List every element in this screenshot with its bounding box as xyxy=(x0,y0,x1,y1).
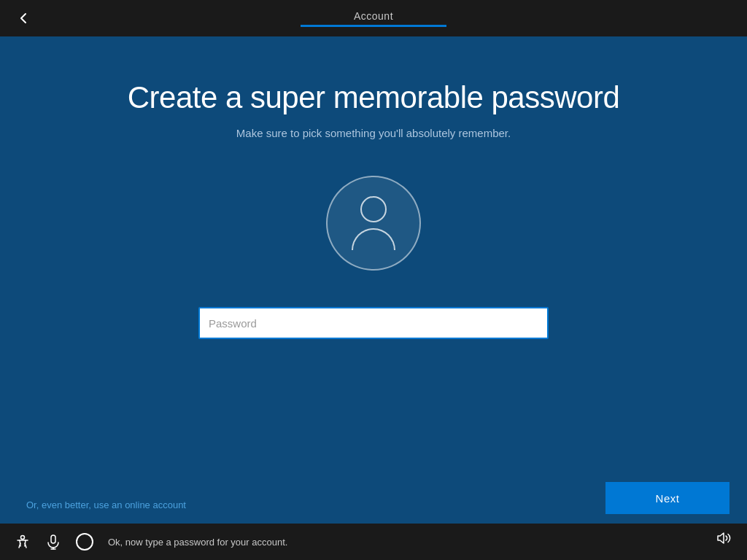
svg-point-0 xyxy=(21,536,25,540)
avatar-head xyxy=(360,196,387,222)
accessibility-icon[interactable] xyxy=(15,534,31,550)
page-subtitle: Make sure to pick something you'll absol… xyxy=(236,127,511,139)
page-title: Create a super memorable password xyxy=(128,80,620,115)
account-underline xyxy=(301,25,446,27)
avatar xyxy=(326,176,421,271)
mic-icon[interactable] xyxy=(45,534,61,550)
online-account-link[interactable]: Or, even better, use an online account xyxy=(26,499,186,510)
next-button[interactable]: Next xyxy=(605,482,729,514)
password-input[interactable] xyxy=(198,307,549,339)
volume-icon[interactable] xyxy=(716,530,732,550)
avatar-body xyxy=(352,228,395,250)
back-button[interactable] xyxy=(12,7,35,30)
cortana-icon[interactable] xyxy=(76,533,93,551)
status-text: Ok, now type a password for your account… xyxy=(108,537,287,548)
taskbar-icons xyxy=(15,533,93,551)
account-tab: Account xyxy=(301,10,446,27)
svg-rect-1 xyxy=(51,535,55,543)
main-content: Create a super memorable password Make s… xyxy=(0,36,747,524)
bottom-bar: Ok, now type a password for your account… xyxy=(0,524,747,560)
cortana-ring xyxy=(76,533,93,551)
top-bar: Account xyxy=(0,0,747,36)
user-icon xyxy=(352,196,395,250)
account-label: Account xyxy=(354,10,393,22)
